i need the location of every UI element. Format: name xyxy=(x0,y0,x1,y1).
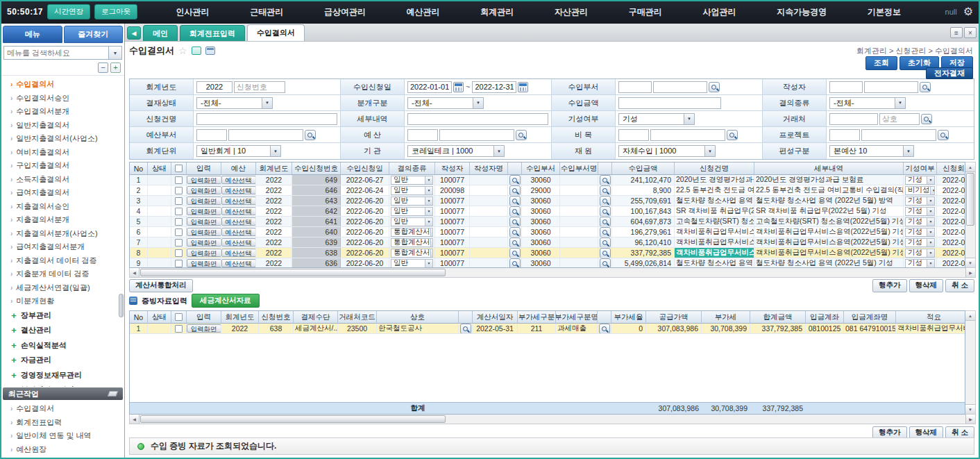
clear-recent-icon[interactable] xyxy=(108,391,119,397)
column-header[interactable]: No xyxy=(130,162,148,175)
search-icon[interactable] xyxy=(727,130,738,140)
column-header[interactable]: 신청건명 xyxy=(675,162,754,175)
scroll-down-icon[interactable]: ▼ xyxy=(965,404,975,414)
sidebar-group-item[interactable]: +자금관리 xyxy=(5,353,124,368)
column-header[interactable]: 계산서일자 xyxy=(473,311,518,324)
project-name-input[interactable] xyxy=(861,129,936,141)
budget-code-input[interactable] xyxy=(407,129,438,141)
search-icon[interactable] xyxy=(600,248,611,258)
account-unit-select[interactable]: 일반회계 | 10▼ xyxy=(196,145,281,157)
cancel-button[interactable]: 취 소 xyxy=(945,279,974,292)
open-screen-button[interactable]: 입력화면 xyxy=(187,217,221,226)
cell-select[interactable]: 기성▼ xyxy=(905,228,935,237)
detail-input[interactable] xyxy=(407,113,548,125)
vertical-scrollbar[interactable]: ▲ ▼ xyxy=(965,310,976,415)
table-row[interactable]: 5입력화면예산선택20226412022-06-20일반▼10007730060… xyxy=(130,217,965,227)
column-header[interactable]: 입력 xyxy=(187,162,221,175)
tax-invoice-button[interactable]: 세금계산서자료 xyxy=(192,294,260,308)
open-screen-button[interactable]: 예산선택 xyxy=(221,217,256,226)
search-dropdown-button[interactable]: ▼ xyxy=(109,46,122,60)
new-window-icon[interactable] xyxy=(205,47,215,55)
expense-item-code-input[interactable] xyxy=(618,129,649,141)
column-header[interactable]: 신청번호 xyxy=(259,311,294,324)
column-header[interactable]: 신청회계일 xyxy=(937,162,965,175)
date-from-input[interactable] xyxy=(407,81,452,93)
column-header[interactable]: 공급가액 xyxy=(646,311,702,324)
search-icon[interactable] xyxy=(516,130,527,140)
request-no-input[interactable] xyxy=(234,81,285,93)
merge-invoice-button[interactable]: 계산서통합처리 xyxy=(129,279,193,292)
approval-status-select[interactable]: -전체-▼ xyxy=(196,97,273,109)
sidebar-item[interactable]: ›구입지출결의서 xyxy=(5,159,124,173)
open-screen-button[interactable]: 예산선택 xyxy=(221,186,256,194)
writer-code-input[interactable] xyxy=(829,81,863,93)
search-icon[interactable] xyxy=(509,175,521,185)
sidebar-item[interactable]: ›수입결의서승인 xyxy=(5,92,124,106)
recent-work-item[interactable]: ›수입결의서 xyxy=(5,402,124,416)
column-header[interactable]: 부가세율 xyxy=(611,311,646,324)
scroll-down-icon[interactable]: ▼ xyxy=(965,258,975,267)
cell-select[interactable]: 기성▼ xyxy=(905,259,935,268)
tab-back-button[interactable]: ◀ xyxy=(127,26,141,40)
search-icon[interactable] xyxy=(600,258,611,268)
column-header[interactable]: 수입신청일 xyxy=(341,162,389,175)
column-header[interactable]: 상태 xyxy=(148,162,171,175)
column-header[interactable]: 합계금액 xyxy=(750,311,806,324)
column-header[interactable]: 부가세 xyxy=(702,311,750,324)
logout-button[interactable]: 로그아웃 xyxy=(94,4,137,19)
cell-select[interactable]: 일반▼ xyxy=(391,207,433,216)
scroll-thumb[interactable] xyxy=(966,173,974,226)
column-header[interactable]: 수입금액 xyxy=(612,162,675,175)
add-row-button[interactable]: 행추가 xyxy=(872,279,907,292)
cell-select[interactable]: 기성▼ xyxy=(905,238,935,247)
column-header[interactable]: 결제수단 xyxy=(294,311,338,324)
open-screen-button[interactable]: 입력화면 xyxy=(187,176,221,184)
table-row[interactable]: 1입력화면2022638세금계산서/..23500한국철도공사2022-05-3… xyxy=(130,324,965,334)
row-checkbox[interactable] xyxy=(175,249,183,257)
search-icon[interactable] xyxy=(509,185,521,195)
select-all-checkbox[interactable] xyxy=(175,165,183,172)
open-screen-button[interactable]: 예산선택 xyxy=(221,238,256,247)
search-icon[interactable] xyxy=(509,227,521,237)
row-checkbox[interactable] xyxy=(175,260,183,267)
gear-icon[interactable]: ⚙ xyxy=(963,6,973,17)
row-checkbox[interactable] xyxy=(175,239,183,247)
search-icon[interactable] xyxy=(305,130,316,140)
row-checkbox[interactable] xyxy=(175,187,183,194)
cell-select[interactable]: 일반▼ xyxy=(391,176,433,185)
sidebar-group-item[interactable]: +경영정보재무관리 xyxy=(5,368,124,383)
column-header[interactable]: 상태 xyxy=(148,311,171,324)
sidebar-item[interactable]: ›지출결의서승인 xyxy=(5,200,124,214)
column-header[interactable]: 수입신청번호 xyxy=(292,162,341,175)
column-header[interactable]: 수입부서 xyxy=(522,162,560,175)
column-header[interactable]: 결의종류 xyxy=(389,162,435,175)
budget-dept-name-input[interactable] xyxy=(228,129,303,141)
column-header[interactable]: 회계년도 xyxy=(256,162,292,175)
top-menu-item[interactable]: 구매관리 xyxy=(629,6,662,18)
top-menu-item[interactable]: 기본정보 xyxy=(868,6,901,18)
income-amount-input[interactable] xyxy=(618,97,721,109)
search-icon[interactable] xyxy=(920,82,931,92)
column-header[interactable]: 상호 xyxy=(377,311,459,324)
column-header[interactable]: 회계년도 xyxy=(221,311,259,324)
budget-name-input[interactable] xyxy=(439,129,514,141)
sidebar-item[interactable]: ›지출결의서분개 xyxy=(5,213,124,227)
column-header[interactable] xyxy=(171,162,187,175)
horizontal-scrollbar[interactable]: ◀ ▶ xyxy=(129,415,976,424)
sidebar-item[interactable]: ›세금계산서연결(일괄) xyxy=(5,281,124,295)
project-code-input[interactable] xyxy=(829,129,860,141)
open-screen-button[interactable]: 예산선택 xyxy=(221,197,256,205)
budget-dept-code-input[interactable] xyxy=(196,129,227,141)
fund-source-select[interactable]: 자체수입 | 1000▼ xyxy=(618,145,716,157)
table-row[interactable]: 6입력화면예산선택20226402022-06-20통합계산서▼10007730… xyxy=(130,227,965,237)
sidebar-item[interactable]: ›여비지출결의서 xyxy=(5,146,124,160)
column-header[interactable] xyxy=(598,162,612,175)
journal-type-select[interactable]: -전체-▼ xyxy=(407,97,484,109)
monitor-icon[interactable] xyxy=(192,47,201,55)
column-header[interactable] xyxy=(171,311,187,324)
search-icon[interactable] xyxy=(509,248,521,258)
writer-name-input[interactable] xyxy=(864,81,918,93)
search-icon[interactable] xyxy=(600,237,611,247)
cell-select[interactable]: 일반▼ xyxy=(391,186,433,195)
open-screen-button[interactable]: 입력화면 xyxy=(187,207,221,215)
